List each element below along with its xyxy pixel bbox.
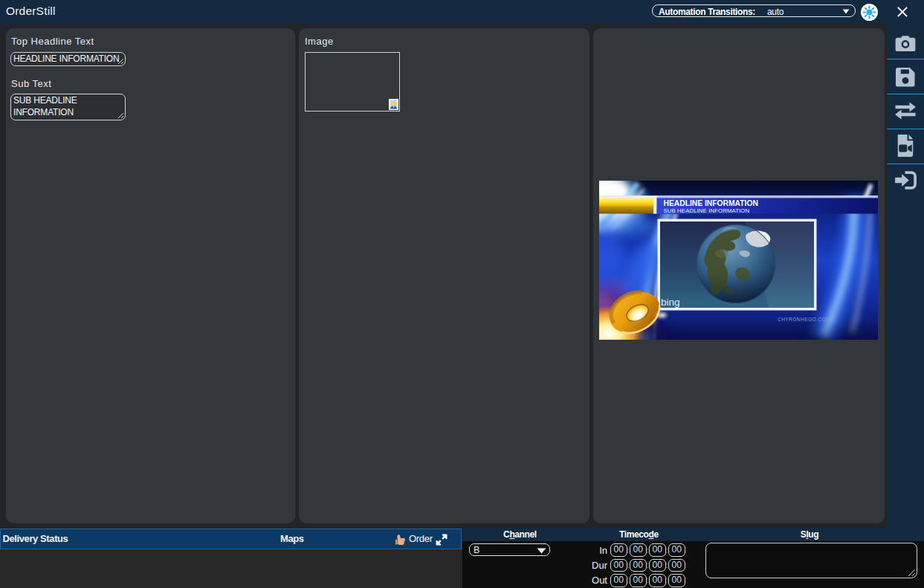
svg-text:SUB HEADLINE INFORMATION: SUB HEADLINE INFORMATION bbox=[664, 207, 750, 214]
svg-text:HEADLINE INFORMATION: HEADLINE INFORMATION bbox=[664, 199, 758, 207]
svg-text:CHYRONHEGO.COM: CHYRONHEGO.COM bbox=[778, 317, 830, 322]
svg-text:bing: bing bbox=[661, 297, 680, 308]
